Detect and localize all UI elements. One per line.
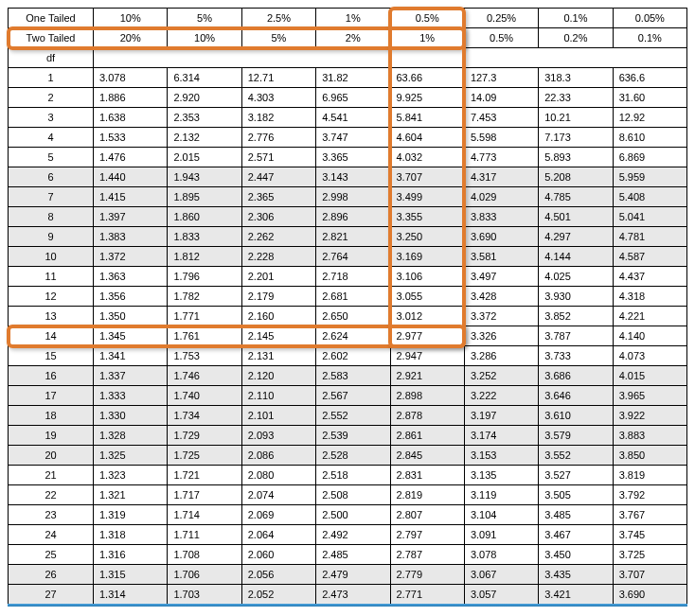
value-cell: 2.473	[316, 585, 390, 605]
df-cell: 4	[9, 128, 94, 148]
value-cell: 2.861	[390, 426, 464, 446]
value-cell: 3.174	[464, 426, 538, 446]
value-cell: 2.508	[316, 485, 390, 505]
value-cell: 1.638	[94, 108, 168, 128]
value-cell: 2.764	[316, 247, 390, 267]
value-cell: 3.883	[613, 426, 686, 446]
value-cell: 4.032	[390, 148, 464, 167]
value-cell: 3.767	[613, 505, 686, 525]
value-cell: 2.064	[241, 525, 315, 545]
value-cell: 4.437	[613, 267, 686, 287]
value-cell: 3.581	[464, 247, 538, 267]
df-cell: 8	[9, 207, 94, 227]
value-cell: 2.583	[316, 366, 390, 386]
value-cell: 2.074	[241, 485, 315, 505]
value-cell: 636.6	[613, 68, 686, 88]
value-cell: 4.025	[539, 267, 613, 287]
value-cell: 2.602	[316, 346, 390, 366]
value-cell: 1.383	[94, 227, 168, 247]
value-cell: 5.959	[613, 167, 686, 187]
value-cell: 3.326	[464, 326, 538, 346]
value-cell: 4.144	[539, 247, 613, 267]
value-cell: 3.499	[390, 187, 464, 207]
value-cell: 2.228	[241, 247, 315, 267]
value-cell: 2.947	[390, 346, 464, 366]
df-cell: 13	[9, 307, 94, 326]
value-cell: 5.598	[464, 128, 538, 148]
table-row: 21.8862.9204.3036.9659.92514.0922.3331.6…	[9, 88, 687, 108]
value-cell: 2.080	[241, 466, 315, 485]
value-cell: 2.131	[241, 346, 315, 366]
value-cell: 2.567	[316, 386, 390, 406]
df-cell: 20	[9, 446, 94, 466]
df-cell: 7	[9, 187, 94, 207]
value-cell: 2.485	[316, 545, 390, 565]
value-cell: 3.467	[539, 525, 613, 545]
table-row: 61.4401.9432.4473.1433.7074.3175.2085.95…	[9, 167, 687, 187]
value-cell: 2.681	[316, 287, 390, 307]
value-cell: 2.492	[316, 525, 390, 545]
value-cell: 2.518	[316, 466, 390, 485]
value-cell: 1.734	[168, 406, 241, 426]
table-row: 221.3211.7172.0742.5082.8193.1193.5053.7…	[9, 485, 687, 505]
value-cell: 2.831	[390, 466, 464, 485]
two-tailed-col: 0.2%	[539, 28, 613, 48]
value-cell: 3.505	[539, 485, 613, 505]
df-cell: 14	[9, 326, 94, 346]
df-cell: 11	[9, 267, 94, 287]
df-cell: 3	[9, 108, 94, 128]
value-cell: 10.21	[539, 108, 613, 128]
value-cell: 1.812	[168, 247, 241, 267]
value-cell: 4.781	[613, 227, 686, 247]
value-cell: 1.397	[94, 207, 168, 227]
value-cell: 1.782	[168, 287, 241, 307]
value-cell: 4.317	[464, 167, 538, 187]
value-cell: 1.753	[168, 346, 241, 366]
value-cell: 3.852	[539, 307, 613, 326]
table-row: 211.3231.7212.0802.5182.8313.1353.5273.8…	[9, 466, 687, 485]
df-cell: 1	[9, 68, 94, 88]
value-cell: 1.440	[94, 167, 168, 187]
value-cell: 1.533	[94, 128, 168, 148]
value-cell: 3.197	[464, 406, 538, 426]
value-cell: 4.587	[613, 247, 686, 267]
value-cell: 2.896	[316, 207, 390, 227]
one-tailed-label: One Tailed	[9, 9, 94, 28]
value-cell: 3.579	[539, 426, 613, 446]
value-cell: 1.363	[94, 267, 168, 287]
value-cell: 1.717	[168, 485, 241, 505]
value-cell: 1.860	[168, 207, 241, 227]
value-cell: 4.541	[316, 108, 390, 128]
t-table-container: One Tailed 10% 5% 2.5% 1% 0.5% 0.25% 0.1…	[8, 8, 687, 605]
value-cell: 3.833	[464, 207, 538, 227]
value-cell: 3.057	[464, 585, 538, 605]
value-cell: 1.721	[168, 466, 241, 485]
value-cell: 2.779	[390, 565, 464, 585]
value-cell: 3.153	[464, 446, 538, 466]
df-cell: 6	[9, 167, 94, 187]
value-cell: 5.841	[390, 108, 464, 128]
value-cell: 4.029	[464, 187, 538, 207]
value-cell: 1.886	[94, 88, 168, 108]
value-cell: 4.303	[241, 88, 315, 108]
value-cell: 2.179	[241, 287, 315, 307]
value-cell: 1.316	[94, 545, 168, 565]
value-cell: 1.314	[94, 585, 168, 605]
value-cell: 3.930	[539, 287, 613, 307]
value-cell: 6.965	[316, 88, 390, 108]
value-cell: 3.182	[241, 108, 315, 128]
df-cell: 21	[9, 466, 94, 485]
one-tailed-col: 10%	[94, 9, 168, 28]
value-cell: 3.745	[613, 525, 686, 545]
value-cell: 7.173	[539, 128, 613, 148]
value-cell: 3.143	[316, 167, 390, 187]
value-cell: 1.711	[168, 525, 241, 545]
value-cell: 2.650	[316, 307, 390, 326]
value-cell: 3.078	[464, 545, 538, 565]
one-tailed-col: 2.5%	[241, 9, 315, 28]
value-cell: 2.920	[168, 88, 241, 108]
value-cell: 2.845	[390, 446, 464, 466]
value-cell: 2.500	[316, 505, 390, 525]
value-cell: 3.707	[390, 167, 464, 187]
value-cell: 3.922	[613, 406, 686, 426]
